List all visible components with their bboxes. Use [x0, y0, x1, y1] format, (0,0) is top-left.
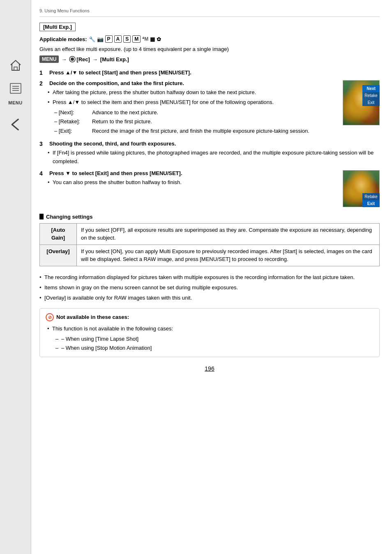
svg-point-6: [71, 58, 74, 61]
mode-p: P: [105, 35, 113, 43]
applicable-label: Applicable modes:: [39, 36, 87, 42]
sub-item-retake: – [Retake]: Return to the first picture.: [54, 118, 336, 126]
overlay-buttons-2: Retake Exit: [362, 193, 380, 207]
not-available-list: This function is not available in the fo…: [46, 324, 374, 353]
changing-settings: Changing settings [Auto Gain] If you sel…: [39, 214, 380, 266]
step-2-bullet-1: After taking the picture, press the shut…: [49, 88, 336, 97]
settings-header: Changing settings: [39, 214, 380, 220]
mode-s: S: [123, 35, 131, 43]
exit-button[interactable]: Exit: [362, 99, 380, 106]
steps-container: 1 Press ▲/▼ to select [Start] and then p…: [39, 69, 380, 207]
not-available-title: Not available in these cases:: [56, 313, 129, 322]
menu-item: [Multi Exp.]: [100, 56, 129, 62]
step-1: 1 Press ▲/▼ to select [Start] and then p…: [39, 69, 380, 76]
step-4: 4 Press ▼ to select [Exit] and then pres…: [39, 170, 380, 207]
step-2-number: 2: [39, 80, 46, 87]
rec-icon: [Rec]: [69, 56, 90, 62]
home-icon[interactable]: [8, 58, 23, 73]
not-available-intro: This function is not available in the fo…: [49, 324, 374, 333]
not-available-header: ⊘ Not available in these cases:: [46, 313, 374, 322]
step-4-content: You can also press the shutter button ha…: [39, 178, 336, 187]
step-2-subitems: – [Next]: Advance to the next picture. –…: [54, 108, 336, 136]
arrow2: →: [92, 56, 98, 62]
menu-path: MENU → [Rec] → [Multi Exp.]: [39, 55, 380, 63]
overlay-buttons-1: Next Retake Exit: [362, 85, 380, 106]
auto-gain-key: [Auto Gain]: [40, 223, 77, 245]
not-available-box: ⊘ Not available in these cases: This fun…: [39, 308, 380, 357]
note-1: The recording information displayed for …: [39, 273, 380, 282]
step-1-text: Press ▲/▼ to select [Start] and then pre…: [49, 69, 191, 76]
overlay-key: [Overlay]: [40, 245, 77, 266]
step-1-number: 1: [39, 69, 46, 76]
not-available-subitems: – When using [Time Lapse Shot] – When us…: [49, 335, 374, 353]
step-2-header: Decide on the composition, and take the …: [49, 80, 184, 86]
sidebar: MENU: [0, 0, 31, 554]
step-2-bullet-2: Press ▲/▼ to select the item and then pr…: [49, 98, 336, 107]
table-row: [Overlay] If you select [ON], you can ap…: [40, 245, 380, 266]
section-title: [Multi Exp.]: [39, 23, 76, 31]
step-2-image-container: Next Retake Exit: [343, 80, 380, 136]
list-icon[interactable]: [8, 81, 23, 96]
step-4-bullet-1: You can also press the shutter button ha…: [49, 178, 336, 187]
note-3: [Overlay] is available only for RAW imag…: [39, 293, 380, 302]
description: Gives an effect like multi exposure. (up…: [39, 46, 380, 52]
step-2-content: After taking the picture, press the shut…: [39, 88, 336, 136]
next-button[interactable]: Next: [362, 85, 380, 92]
page-number: 196: [39, 365, 380, 372]
sub-item-exit: – [Exit]: Record the image of the first …: [54, 127, 336, 136]
exit-button-2[interactable]: Exit: [362, 200, 380, 207]
sub-item-next: – [Next]: Advance to the next picture.: [54, 108, 336, 117]
step-4-image-container: Retake Exit: [343, 170, 380, 207]
retake-button-2[interactable]: Retake: [362, 193, 380, 200]
mode-m: M: [132, 35, 141, 43]
main-content: 9. Using Menu Functions [Multi Exp.] App…: [31, 0, 392, 554]
step-3-bullet-1: If [Fn4] is pressed while taking picture…: [49, 149, 380, 166]
not-available-item-2: – When using [Stop Motion Animation]: [55, 344, 374, 353]
breadcrumb: 9. Using Menu Functions: [39, 8, 380, 17]
rec-label: [Rec]: [76, 56, 90, 62]
not-available-item-1: – When using [Time Lapse Shot]: [55, 335, 374, 344]
menu-label: MENU: [8, 100, 22, 105]
note-2: Items shown in gray on the menu screen c…: [39, 283, 380, 292]
step-4-header: Press ▼ to select [Exit] and then press …: [49, 170, 182, 176]
arrow1: →: [61, 56, 67, 62]
settings-header-text: Changing settings: [46, 214, 92, 220]
back-icon[interactable]: [8, 117, 23, 132]
bar-indicator: [39, 214, 44, 219]
step-4-number: 4: [39, 170, 46, 177]
settings-table: [Auto Gain] If you select [OFF], all exp…: [39, 223, 380, 266]
step-2: 2 Decide on the composition, and take th…: [39, 80, 380, 136]
overlay-value: If you select [ON], you can apply Multi …: [77, 245, 380, 266]
step-3: 3 Shooting the second, third, and fourth…: [39, 141, 380, 166]
mode-a: A: [114, 35, 122, 43]
table-row: [Auto Gain] If you select [OFF], all exp…: [40, 223, 380, 245]
applicable-modes: Applicable modes: 🔧 📷 P A S M ⁴M ▦ ✿: [39, 35, 380, 43]
step-3-number: 3: [39, 141, 46, 147]
svg-rect-0: [14, 67, 17, 70]
step-3-content: If [Fn4] is pressed while taking picture…: [39, 149, 380, 166]
notes-section: The recording information displayed for …: [39, 273, 380, 302]
menu-key: MENU: [39, 55, 59, 63]
step-3-header: Shooting the second, third, and fourth e…: [49, 141, 176, 147]
not-available-icon: ⊘: [46, 313, 54, 321]
retake-button[interactable]: Retake: [362, 92, 380, 99]
auto-gain-value: If you select [OFF], all exposure result…: [77, 223, 380, 245]
